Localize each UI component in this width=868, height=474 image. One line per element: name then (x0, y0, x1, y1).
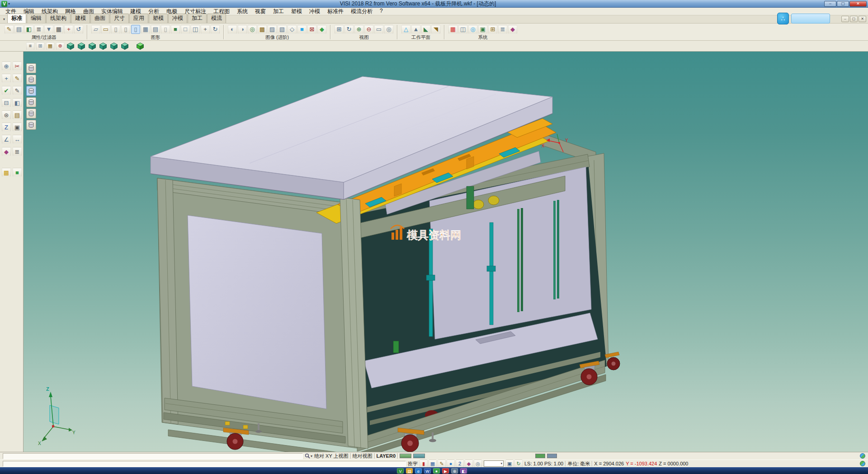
trim-tool-icon[interactable]: ✂ (13, 62, 22, 71)
zoom-out-icon[interactable]: ⊖ (364, 25, 373, 34)
tab-1[interactable]: 标准 (7, 14, 26, 23)
snap-point-icon[interactable]: + (2, 74, 11, 83)
sketch-pencil-icon[interactable]: ✎ (13, 74, 22, 83)
search-command-icon[interactable]: ▾ (305, 453, 312, 459)
plane-xy-icon[interactable]: ◣ (421, 25, 430, 34)
confirm-edit-icon[interactable]: ✔ (2, 86, 11, 95)
zoom-in-icon[interactable]: ⊕ (354, 25, 363, 34)
move-entity-icon[interactable]: + (201, 25, 210, 34)
taskbar-tools-icon[interactable]: ⊛ (451, 468, 458, 474)
shaded-view-icon[interactable]: ◐ (228, 25, 237, 34)
tab-6[interactable]: 尺寸 (110, 14, 129, 23)
status-combo[interactable]: ▾ (484, 460, 504, 467)
aux-color-swatch[interactable] (535, 454, 545, 458)
solid-edit-icon[interactable]: ⊟ (2, 98, 11, 107)
workplane-align-icon[interactable]: ▲ (411, 25, 420, 34)
tab-10[interactable]: 加工 (188, 14, 207, 23)
mdi-close-button[interactable]: ✕ (859, 16, 866, 22)
tab-overflow-button[interactable]: ▾ (1, 16, 7, 23)
close-button[interactable]: ✕ (849, 1, 867, 7)
zoom-fit-icon[interactable]: ◎ (384, 25, 393, 34)
transparency-icon[interactable]: ◇ (288, 25, 297, 34)
globe-settings-icon[interactable]: ◎ (468, 25, 477, 34)
snapshot-icon[interactable]: ▣ (478, 25, 487, 34)
ucs-origin-icon[interactable]: ⊕ (56, 42, 64, 50)
new-graphic-icon[interactable]: ▱ (91, 25, 100, 34)
view-ref-label[interactable]: 绝对视图 (353, 453, 373, 460)
display-wireframe-icon[interactable] (26, 63, 36, 73)
maximize-button[interactable]: ▢ (837, 1, 849, 7)
zoom-window-icon[interactable]: ▭ (374, 25, 383, 34)
solid-box-icon[interactable]: ■ (171, 25, 180, 34)
viewport-3d[interactable]: Y X Z Y X (24, 52, 868, 452)
color-grid-icon[interactable]: ▦ (448, 25, 458, 34)
tab-11[interactable]: 模流 (207, 14, 226, 23)
info-icon[interactable]: ● (447, 460, 455, 468)
tab-7[interactable]: 应用 (129, 14, 148, 23)
sheet-icon[interactable]: ▯ (161, 25, 170, 34)
snap-lock-label[interactable]: 拴宇 (408, 460, 418, 467)
open-graphic-icon[interactable]: ▭ (101, 25, 110, 34)
tab-8[interactable]: 塑模 (149, 14, 168, 23)
properties-icon[interactable]: ▤ (14, 25, 24, 34)
taskbar-visi-icon[interactable]: V (397, 468, 404, 474)
edit-geometry-icon[interactable]: ✎ (13, 86, 22, 95)
view-cube-shaded-icon[interactable] (136, 42, 145, 51)
taskbar-chat-icon[interactable]: ● (433, 468, 440, 474)
material-icon[interactable]: ■ (297, 25, 307, 34)
selection-grid-icon[interactable]: ⊞ (36, 42, 44, 50)
plugin-icon[interactable]: ◆ (508, 25, 517, 34)
active-layer-label[interactable]: LAYER0 (377, 453, 396, 459)
shading-mode-icon[interactable]: ▯ (131, 25, 140, 34)
surface-edit-icon[interactable]: ◧ (13, 98, 22, 107)
menu-item-15[interactable]: 塑模 (288, 8, 306, 15)
element-filter-icon[interactable]: ▼ (44, 25, 53, 34)
tab-9[interactable]: 冲模 (168, 14, 187, 23)
cloud-sync-button[interactable]: ∴ (777, 13, 789, 24)
wire-box-icon[interactable]: □ (181, 25, 190, 34)
mask-filter-icon[interactable]: ▦ (54, 25, 63, 34)
plane-iso-icon[interactable]: ◥ (431, 25, 440, 34)
menu-item-12[interactable]: 系统 (233, 8, 251, 15)
view-cube-side-icon[interactable] (88, 42, 97, 51)
minimize-button[interactable]: – (824, 1, 836, 7)
edit-note-icon[interactable]: ✎ (438, 460, 446, 468)
half-shade-icon[interactable]: ◑ (238, 25, 247, 34)
aux-style-swatch[interactable] (547, 454, 557, 458)
table-display-icon[interactable]: ▤ (151, 25, 160, 34)
window-layout-icon[interactable]: ◫ (458, 25, 467, 34)
menu-item-16[interactable]: 冲模 (306, 8, 324, 15)
prompt-field[interactable] (3, 453, 303, 459)
view-cube-back-icon[interactable] (120, 42, 129, 51)
line-color-swatch[interactable] (400, 454, 411, 458)
cylinder-primitive-icon[interactable]: ▯ (111, 25, 120, 34)
stack-icon[interactable]: ■ (13, 168, 22, 177)
grid-display-icon[interactable]: ▦ (141, 25, 150, 34)
layer-filter-icon[interactable]: ≣ (34, 25, 43, 34)
menu-item-18[interactable]: 模流分析 (347, 8, 376, 15)
view-cube-iso-back-icon[interactable] (109, 42, 118, 51)
taskbar-media-icon[interactable]: ▶ (442, 468, 449, 474)
render-icon[interactable]: ◎ (248, 25, 257, 34)
display-shaded-edges-icon[interactable] (26, 97, 36, 107)
taskbar-explorer-icon[interactable]: ▤ (406, 468, 413, 474)
layers-icon[interactable]: ≣ (13, 147, 22, 156)
taskbar-image-icon[interactable]: ◧ (460, 468, 467, 474)
tab-4[interactable]: 建模 (71, 14, 90, 23)
attribute-pen-icon[interactable]: ✎ (5, 25, 14, 34)
app-icon[interactable]: V (1, 1, 7, 7)
quality-icon[interactable]: ◆ (317, 25, 326, 34)
hatch-alt-icon[interactable]: ▧ (278, 25, 287, 34)
view-grid-icon[interactable]: ⊞ (335, 25, 344, 34)
lock-icon[interactable]: ▮ (420, 460, 428, 468)
save-icon[interactable]: ▣ (505, 460, 514, 468)
menu-item-17[interactable]: 标准件 (324, 8, 347, 15)
taskbar-browser-icon[interactable]: e (415, 468, 422, 474)
menu-item-19[interactable]: ? (376, 8, 387, 15)
view-cube-iso-icon[interactable] (99, 42, 108, 51)
display-section-icon[interactable] (26, 120, 36, 130)
pick-filter-icon[interactable]: + (64, 25, 73, 34)
settings-gear-icon[interactable]: ⊛ (2, 110, 11, 119)
measure-angle-icon[interactable]: ∠ (2, 135, 11, 144)
cone-primitive-icon[interactable]: ▯ (121, 25, 130, 34)
